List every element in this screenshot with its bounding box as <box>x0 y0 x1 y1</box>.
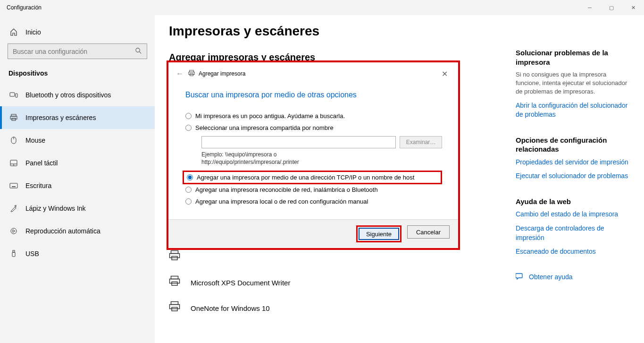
radio-local-printer[interactable]: Agregar una impresora local o de red con… <box>185 198 442 205</box>
section-title: Dispositivos <box>8 69 147 77</box>
printer-device-icon <box>169 301 181 315</box>
sidebar-item-usb[interactable]: USB <box>0 242 155 265</box>
printer-row[interactable]: Microsoft XPS Document Writer <box>169 270 493 295</box>
svg-rect-5 <box>10 116 17 119</box>
dialog-title: Agregar impresora <box>199 70 245 77</box>
svg-rect-44 <box>189 72 194 74</box>
sidebar-item-mouse[interactable]: Mouse <box>0 129 155 152</box>
svg-line-1 <box>139 51 141 53</box>
radio-input[interactable] <box>185 198 192 205</box>
home-icon <box>9 28 18 36</box>
sidebar-item-typing[interactable]: Escritura <box>0 174 155 197</box>
radio-input[interactable] <box>185 125 192 131</box>
sidebar-item-touchpad[interactable]: Panel táctil <box>0 152 155 174</box>
sidebar-item-label: Lápiz y Windows Ink <box>25 205 86 212</box>
search-box[interactable] <box>8 43 147 59</box>
maximize-button[interactable]: ▢ <box>601 0 622 15</box>
web-link-scan[interactable]: Escaneado de documentos <box>516 247 633 257</box>
sidebar-item-label: USB <box>25 250 39 257</box>
related-link-server[interactable]: Propiedades del servidor de impresión <box>516 158 633 167</box>
browse-button[interactable]: Examinar… <box>400 136 442 148</box>
sidebar: Inicio Dispositivos Bluetooth y otros di… <box>0 15 155 343</box>
radio-label: Mi impresora es un poco antigua. Ayúdame… <box>195 112 345 120</box>
right-column: Solucionar problemas de la impresora Si … <box>512 15 644 343</box>
dialog-heading: Buscar una impresora por medio de otras … <box>185 91 451 99</box>
cancel-button[interactable]: Cancelar <box>407 225 450 239</box>
svg-point-18 <box>15 206 17 207</box>
svg-rect-41 <box>170 305 180 309</box>
radio-input[interactable] <box>185 113 192 119</box>
radio-old-printer[interactable]: Mi impresora es un poco antigua. Ayúdame… <box>185 112 442 120</box>
svg-rect-34 <box>171 251 178 254</box>
sidebar-item-autoplay[interactable]: Reproducción automática <box>0 220 155 242</box>
next-button[interactable]: Siguiente <box>359 228 399 240</box>
troubleshoot-heading: Solucionar problemas de la impresora <box>516 48 633 67</box>
radio-input[interactable] <box>187 174 193 180</box>
sidebar-item-label: Escritura <box>25 182 51 189</box>
window-title: Configuración <box>7 4 42 11</box>
devices-icon <box>9 91 18 99</box>
home-label: Inicio <box>25 28 41 36</box>
related-heading: Opciones de configuración relacionadas <box>516 136 633 154</box>
usb-icon <box>9 250 18 257</box>
autoplay-icon <box>9 227 18 235</box>
sidebar-item-label: Panel táctil <box>25 159 58 167</box>
search-input[interactable] <box>13 48 135 55</box>
touchpad-icon <box>9 160 18 166</box>
page-title: Impresoras y escáneres <box>169 24 493 39</box>
titlebar: Configuración ─ ▢ ✕ <box>0 0 644 15</box>
svg-point-0 <box>136 48 140 51</box>
svg-rect-4 <box>11 114 16 116</box>
web-link-drivers[interactable]: Descarga de controladores de impresión <box>516 224 633 242</box>
svg-rect-43 <box>190 70 194 72</box>
svg-point-19 <box>11 228 17 234</box>
minimize-button[interactable]: ─ <box>579 0 601 15</box>
sidebar-item-label: Mouse <box>25 137 45 144</box>
radio-label: Agregar una impresora reconocible de red… <box>195 186 378 193</box>
search-icon <box>135 47 142 56</box>
printer-name: OneNote for Windows 10 <box>191 304 270 312</box>
printer-icon <box>188 70 195 78</box>
printer-device-icon <box>169 250 181 264</box>
back-icon[interactable]: ← <box>176 69 184 78</box>
radio-label: Seleccionar una impresora compartida por… <box>195 124 334 131</box>
svg-rect-35 <box>170 254 180 258</box>
svg-rect-21 <box>12 252 15 257</box>
radio-label: Agregar una impresora local o de red con… <box>195 198 368 205</box>
svg-rect-37 <box>171 276 178 279</box>
mouse-icon <box>9 137 18 144</box>
svg-rect-20 <box>13 250 15 252</box>
radio-input[interactable] <box>185 187 192 193</box>
web-link-state[interactable]: Cambio del estado de la impresora <box>516 210 633 219</box>
sidebar-item-bluetooth[interactable]: Bluetooth y otros dispositivos <box>0 84 155 106</box>
printer-icon <box>9 114 18 121</box>
radio-label: Agregar una impresora por medio de una d… <box>197 174 414 181</box>
close-button[interactable]: ✕ <box>622 0 644 15</box>
shared-name-input[interactable] <box>201 136 396 148</box>
radio-network-printer[interactable]: Agregar una impresora reconocible de red… <box>185 186 442 193</box>
sidebar-item-pen[interactable]: Lápiz y Windows Ink <box>0 197 155 220</box>
pen-icon <box>9 205 18 212</box>
sidebar-item-printers[interactable]: Impresoras y escáneres <box>0 106 155 129</box>
close-icon[interactable]: ✕ <box>439 69 451 78</box>
printer-row[interactable]: OneNote for Windows 10 <box>169 295 493 321</box>
svg-rect-40 <box>171 302 178 305</box>
add-printer-dialog: ← Agregar impresora ✕ Buscar una impreso… <box>167 60 460 250</box>
home-nav[interactable]: Inicio <box>8 24 147 43</box>
printer-device-icon <box>169 275 181 290</box>
chat-icon <box>516 273 524 282</box>
troubleshoot-text: Si no consigues que la impresora funcion… <box>516 70 633 96</box>
radio-tcpip-printer[interactable]: Agregar una impresora por medio de una d… <box>187 174 438 181</box>
svg-rect-38 <box>170 279 180 283</box>
get-help-link[interactable]: Obtener ayuda <box>516 273 633 282</box>
keyboard-icon <box>9 183 18 189</box>
radio-shared-printer[interactable]: Seleccionar una impresora compartida por… <box>185 124 442 131</box>
example-text: Ejemplo: \\equipo\impresora o http://equ… <box>201 151 442 166</box>
sidebar-item-label: Reproducción automática <box>25 227 100 235</box>
get-help-label: Obtener ayuda <box>529 273 573 281</box>
svg-rect-3 <box>16 94 17 97</box>
sidebar-item-label: Impresoras y escáneres <box>25 114 96 121</box>
troubleshoot-link[interactable]: Abrir la configuración del solucionador … <box>516 101 633 120</box>
main-content: Impresoras y escáneres Agregar impresora… <box>155 15 512 343</box>
related-link-troubleshooter[interactable]: Ejecutar el solucionador de problemas <box>516 172 633 181</box>
